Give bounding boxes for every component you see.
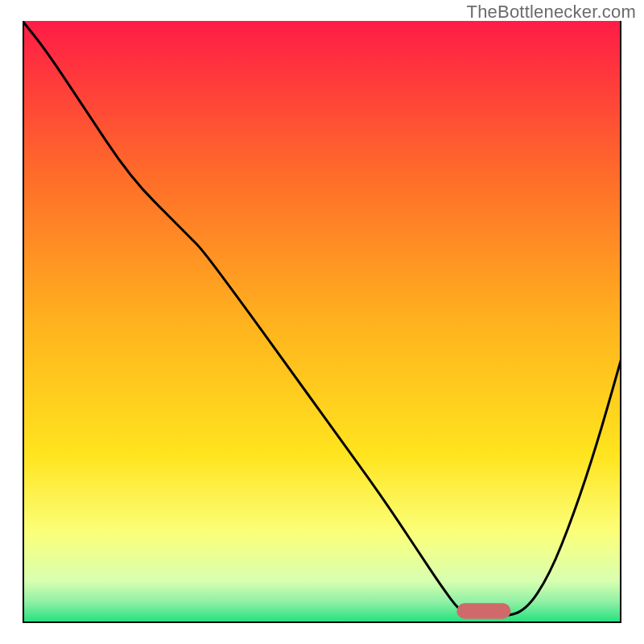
watermark-text: TheBottlenecker.com [467,2,636,23]
plot-area [23,21,621,623]
axes [23,21,621,623]
chart-frame: TheBottlenecker.com [0,0,644,644]
